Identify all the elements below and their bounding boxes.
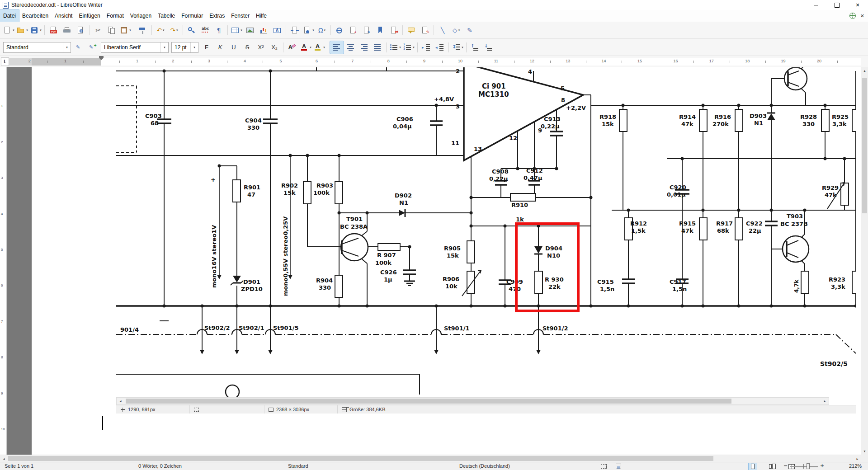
page[interactable]	[32, 67, 861, 455]
horizontal-ruler[interactable]: 121234567891011121314151617181920	[9, 58, 861, 66]
document-modified-icon[interactable]	[616, 463, 622, 470]
vertical-ruler[interactable]: 12345678910	[0, 67, 7, 455]
print-preview-button[interactable]	[74, 24, 87, 37]
zoom-out-button[interactable]: −	[783, 463, 788, 469]
page-style[interactable]: Standard	[288, 463, 308, 469]
decrease-indent-button[interactable]	[433, 41, 447, 54]
undo-button[interactable]: ↶▾	[154, 24, 167, 37]
increase-indent-button[interactable]	[420, 41, 433, 54]
insert-chart-button[interactable]	[257, 24, 270, 37]
menu-item-format[interactable]: Format	[104, 10, 127, 22]
image-scrollbar-thumb[interactable]	[126, 399, 731, 404]
paste-button[interactable]: ▾	[118, 24, 132, 37]
align-center-button[interactable]	[344, 41, 357, 54]
cut-button[interactable]: ✂	[91, 24, 105, 37]
close-button[interactable]: ✕	[847, 0, 868, 10]
italic-button[interactable]: K	[213, 41, 227, 54]
numbered-list-button[interactable]: ▾	[402, 41, 415, 54]
minimize-button[interactable]	[806, 0, 826, 10]
tab-stop-selector[interactable]: L	[1, 57, 9, 66]
font-name-combobox[interactable]: Liberation Serif▾	[101, 42, 169, 53]
subscript-button[interactable]: X₂	[268, 41, 281, 54]
single-page-view-button[interactable]	[749, 463, 757, 470]
open-button[interactable]: ▾	[15, 24, 29, 37]
scroll-right-icon[interactable]: ▸	[854, 455, 861, 462]
paragraph-style-combobox[interactable]: Standard▾	[3, 42, 71, 53]
increase-para-spacing-button[interactable]	[468, 41, 482, 54]
bookmark-button[interactable]	[373, 24, 387, 37]
menu-item-datei[interactable]: Datei	[0, 10, 19, 22]
new-style-button[interactable]	[86, 41, 99, 54]
selection-mode-icon[interactable]	[601, 463, 607, 470]
menu-item-vorlagen[interactable]: Vorlagen	[127, 10, 155, 22]
page-break-button[interactable]	[288, 24, 302, 37]
globe-icon[interactable]	[849, 13, 856, 19]
page-count[interactable]: Seite 1 von 1	[5, 463, 33, 469]
bold-button[interactable]: F	[200, 41, 213, 54]
new-document-button[interactable]: ▾	[2, 24, 15, 37]
special-character-button[interactable]: Ω▾	[315, 24, 329, 37]
copy-button[interactable]	[105, 24, 118, 37]
clear-formatting-button[interactable]	[285, 41, 299, 54]
image-scroll-right-icon[interactable]: ▸	[821, 398, 829, 404]
align-justify-button[interactable]	[371, 41, 384, 54]
zoom-level[interactable]: 212%	[849, 463, 862, 469]
bullet-list-button[interactable]: ▾	[388, 41, 402, 54]
scroll-down-icon[interactable]: ▾	[861, 447, 868, 455]
highlight-color-button[interactable]: ▾	[312, 41, 326, 54]
image-scrollbar[interactable]: ◂ ▸	[116, 397, 829, 405]
image-scroll-left-icon[interactable]: ◂	[117, 398, 124, 404]
redo-button[interactable]: ↷▾	[167, 24, 181, 37]
track-changes-button[interactable]	[418, 24, 432, 37]
font-size-combobox[interactable]: 12 pt▾	[171, 42, 198, 53]
text-language[interactable]: Deutsch (Deutschland)	[459, 463, 510, 469]
clone-formatting-button[interactable]	[136, 24, 150, 37]
superscript-button[interactable]: X²	[254, 41, 268, 54]
multi-page-view-button[interactable]	[768, 463, 776, 470]
scroll-left-icon[interactable]: ◂	[0, 455, 8, 462]
print-button[interactable]	[60, 24, 74, 37]
find-replace-button[interactable]	[185, 24, 198, 37]
comment-button[interactable]	[405, 24, 418, 37]
zoom-in-button[interactable]: +	[820, 463, 824, 469]
scroll-up-icon[interactable]: ▴	[861, 67, 868, 74]
menu-item-einfügen[interactable]: Einfügen	[75, 10, 103, 22]
maximize-button[interactable]	[826, 0, 847, 10]
draw-functions-button[interactable]: ✎	[463, 24, 476, 37]
horizontal-scrollbar[interactable]: ◂ ▸	[0, 455, 861, 462]
close-document-button[interactable]: ✕	[860, 13, 864, 19]
spelling-button[interactable]	[198, 24, 212, 37]
basic-shapes-button[interactable]: ◇▾	[449, 24, 463, 37]
insert-line-button[interactable]: ╲	[436, 24, 449, 37]
menu-item-hilfe[interactable]: Hilfe	[253, 10, 270, 22]
menu-item-extras[interactable]: Extras	[206, 10, 228, 22]
insert-image-button[interactable]	[243, 24, 257, 37]
strikethrough-button[interactable]: S	[241, 41, 254, 54]
insert-textbox-button[interactable]	[270, 24, 284, 37]
hyperlink-button[interactable]	[333, 24, 346, 37]
formatting-marks-button[interactable]: ¶	[212, 24, 226, 37]
horizontal-scrollbar-thumb[interactable]	[8, 456, 713, 461]
save-button[interactable]: ▾	[29, 24, 42, 37]
decrease-para-spacing-button[interactable]	[482, 41, 495, 54]
font-color-button[interactable]: ▾	[299, 41, 312, 54]
vertical-scrollbar-thumb[interactable]	[862, 78, 867, 213]
underline-button[interactable]: U	[227, 41, 241, 54]
menu-item-bearbeiten[interactable]: Bearbeiten	[19, 10, 52, 22]
menu-item-fenster[interactable]: Fenster	[228, 10, 253, 22]
update-style-button[interactable]	[72, 41, 86, 54]
zoom-slider-thumb[interactable]	[807, 463, 810, 469]
menu-item-formular[interactable]: Formular	[178, 10, 206, 22]
vertical-scrollbar[interactable]: ▴ ▾	[861, 67, 868, 455]
endnote-button[interactable]	[360, 24, 373, 37]
cross-reference-button[interactable]	[387, 24, 401, 37]
insert-table-button[interactable]: ▾	[230, 24, 243, 37]
export-pdf-button[interactable]	[47, 24, 60, 37]
word-count[interactable]: 0 Wörter, 0 Zeichen	[138, 463, 182, 469]
align-right-button[interactable]	[357, 41, 371, 54]
insert-field-button[interactable]: ▾	[302, 24, 315, 37]
align-left-button[interactable]	[330, 41, 344, 54]
menu-item-tabelle[interactable]: Tabelle	[155, 10, 178, 22]
menu-item-ansicht[interactable]: Ansicht	[52, 10, 75, 22]
line-spacing-button[interactable]: ▾	[451, 41, 464, 54]
